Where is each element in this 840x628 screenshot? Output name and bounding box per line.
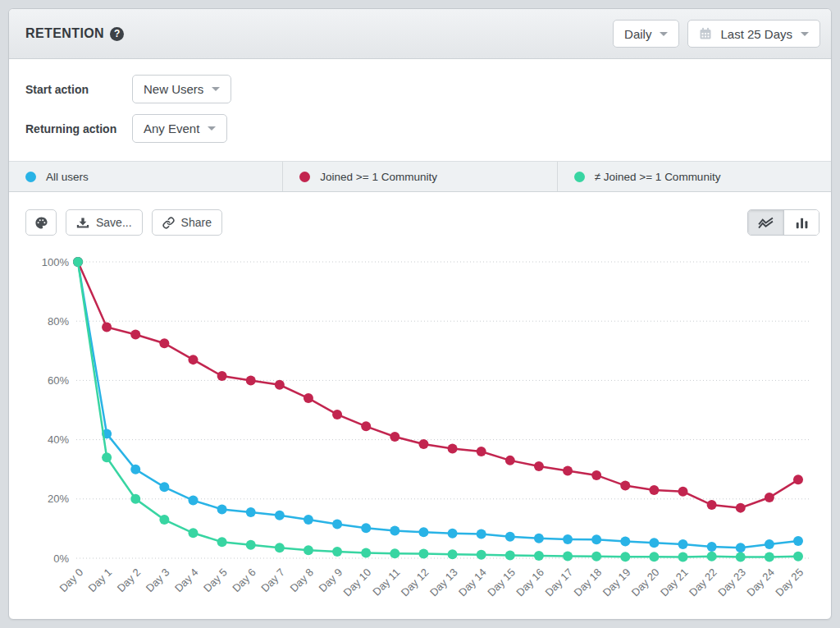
chart-toolbar: Save... Share — [9, 192, 831, 247]
svg-text:Day 5: Day 5 — [201, 566, 230, 595]
svg-text:Day 15: Day 15 — [485, 566, 518, 599]
svg-text:Day 20: Day 20 — [629, 566, 662, 599]
svg-text:Day 6: Day 6 — [230, 566, 258, 595]
share-button-label: Share — [181, 216, 212, 229]
date-range-value: Last 25 Days — [720, 27, 792, 41]
segment-tabs: All users Joined >= 1 Community ≠ Joined… — [9, 161, 831, 192]
svg-text:Day 4: Day 4 — [172, 566, 201, 595]
retention-card: RETENTION ? Daily Last 25 Days — [8, 8, 832, 620]
svg-text:Day 22: Day 22 — [687, 566, 719, 599]
svg-text:Day 18: Day 18 — [572, 566, 605, 599]
line-chart-icon — [758, 217, 774, 229]
chevron-down-icon — [801, 32, 809, 36]
date-range-dropdown[interactable]: Last 25 Days — [687, 20, 820, 48]
chevron-down-icon — [660, 32, 668, 36]
svg-text:100%: 100% — [42, 256, 70, 268]
page-title: RETENTION — [25, 26, 104, 41]
svg-text:Day 3: Day 3 — [144, 566, 172, 595]
svg-text:Day 19: Day 19 — [600, 566, 633, 599]
start-action-dropdown[interactable]: New Users — [132, 75, 231, 103]
svg-text:Day 21: Day 21 — [658, 566, 691, 599]
bar-chart-toggle-button[interactable] — [783, 210, 819, 235]
svg-text:Day 24: Day 24 — [744, 566, 777, 599]
chevron-down-icon — [208, 126, 216, 131]
calendar-icon — [699, 27, 712, 40]
granularity-value: Daily — [624, 27, 651, 41]
segment-color-dot — [25, 172, 36, 182]
segment-tab-not-joined-community[interactable]: ≠ Joined >= 1 Community — [558, 162, 831, 191]
chevron-down-icon — [212, 87, 220, 91]
save-button[interactable]: Save... — [66, 209, 143, 236]
svg-text:Day 12: Day 12 — [399, 566, 431, 599]
segment-label: Joined >= 1 Community — [320, 171, 437, 183]
returning-action-dropdown[interactable]: Any Event — [132, 114, 227, 143]
download-icon — [76, 217, 89, 229]
segment-color-dot — [299, 172, 310, 182]
color-palette-button[interactable] — [25, 209, 57, 236]
svg-text:20%: 20% — [48, 493, 69, 505]
svg-text:Day 7: Day 7 — [258, 566, 287, 595]
svg-text:Day 8: Day 8 — [287, 566, 316, 595]
svg-text:Day 10: Day 10 — [341, 566, 374, 599]
header: RETENTION ? Daily Last 25 Days — [9, 9, 831, 59]
segment-tab-joined-community[interactable]: Joined >= 1 Community — [283, 162, 557, 191]
retention-chart[interactable]: 0%20%40%60%80%100%Day 0Day 1Day 2Day 3Da… — [9, 247, 831, 620]
segment-label: All users — [46, 171, 89, 183]
svg-text:60%: 60% — [48, 374, 69, 387]
svg-text:Day 1: Day 1 — [86, 566, 115, 595]
start-action-label: Start action — [25, 83, 132, 96]
svg-text:Day 0: Day 0 — [57, 566, 85, 595]
svg-text:80%: 80% — [48, 315, 69, 328]
svg-text:0%: 0% — [53, 552, 69, 565]
segment-tab-all-users[interactable]: All users — [9, 162, 283, 191]
returning-action-label: Returning action — [25, 122, 132, 135]
bar-chart-icon — [795, 217, 809, 229]
save-button-label: Save... — [96, 216, 132, 229]
chart-type-toggle — [747, 209, 819, 236]
svg-text:Day 17: Day 17 — [542, 566, 575, 599]
svg-text:Day 16: Day 16 — [514, 566, 546, 599]
svg-text:Day 23: Day 23 — [715, 566, 748, 599]
segment-label: ≠ Joined >= 1 Community — [595, 171, 721, 183]
svg-text:Day 25: Day 25 — [773, 566, 806, 599]
help-icon[interactable]: ? — [110, 27, 124, 41]
svg-text:Day 14: Day 14 — [456, 566, 489, 599]
line-chart-toggle-button[interactable] — [748, 210, 783, 235]
svg-text:Day 13: Day 13 — [427, 566, 460, 599]
svg-text:40%: 40% — [48, 433, 69, 446]
start-action-value: New Users — [144, 82, 203, 96]
link-icon — [162, 217, 175, 229]
svg-text:Day 11: Day 11 — [370, 566, 402, 598]
svg-text:Day 2: Day 2 — [115, 566, 144, 595]
filters-section: Start action New Users Returning action … — [9, 59, 831, 161]
palette-icon — [34, 216, 48, 230]
segment-color-dot — [574, 172, 585, 182]
granularity-dropdown[interactable]: Daily — [613, 20, 679, 48]
returning-action-value: Any Event — [144, 121, 199, 135]
share-button[interactable]: Share — [152, 209, 222, 236]
